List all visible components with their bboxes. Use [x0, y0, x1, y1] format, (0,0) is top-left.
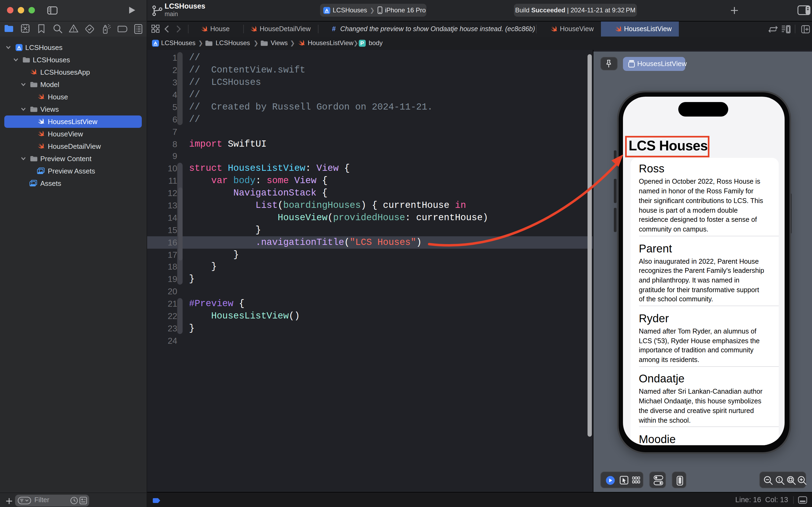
svg-text:1: 1 — [777, 477, 780, 482]
